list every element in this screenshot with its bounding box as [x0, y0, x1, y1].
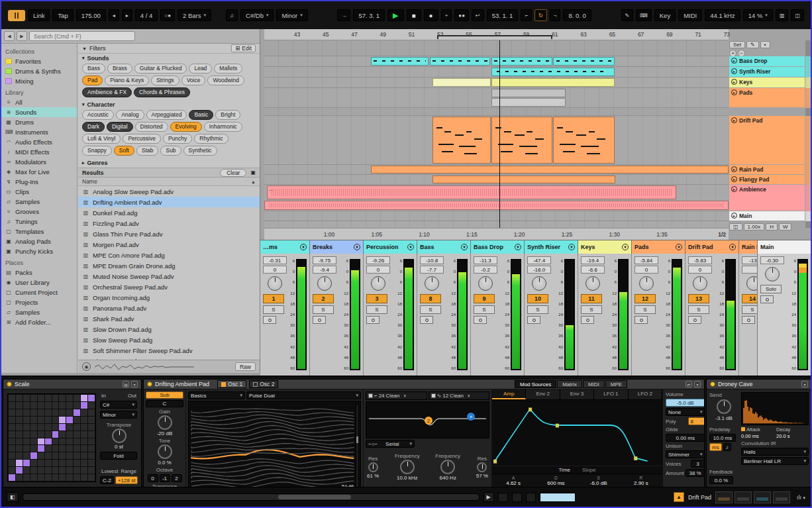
scale-mode-icon[interactable]: ♫ — [226, 9, 238, 21]
filter-tag-ambience-fx[interactable]: Ambience & FX — [82, 87, 132, 97]
scale-grid-cell[interactable] — [74, 452, 80, 459]
scale-grid-cell[interactable] — [45, 424, 52, 431]
draw-mode-button[interactable]: ✎ — [621, 9, 634, 21]
sidebar-item-analog-pads[interactable]: ▣Analog Pads — [1, 236, 77, 246]
mixer-track-tab-synth-riser[interactable]: Synth Riser▾ — [525, 240, 578, 254]
solo-button[interactable]: S — [688, 305, 709, 314]
tab-env-2[interactable]: Env 2 — [526, 389, 560, 399]
volume-field[interactable]: -5.83 — [688, 256, 712, 264]
amp-envelope-display[interactable] — [492, 400, 662, 466]
track-activator-button[interactable]: 12 — [634, 294, 656, 303]
record-button[interactable]: ● — [424, 9, 438, 21]
gain-field[interactable]: 0 — [263, 266, 287, 274]
sidebar-item-drums[interactable]: ▦Drums — [1, 117, 77, 127]
scale-grid-cell[interactable] — [9, 438, 15, 445]
clip[interactable] — [491, 117, 553, 164]
solo-button[interactable]: S — [742, 305, 757, 314]
scale-grid-cell[interactable] — [16, 417, 23, 423]
scale-grid-cell[interactable] — [66, 445, 73, 452]
scale-grid-cell[interactable] — [59, 431, 66, 438]
scale-grid-cell[interactable] — [16, 409, 23, 416]
key-map-button[interactable]: Key — [654, 9, 676, 21]
scale-grid-cell[interactable] — [74, 445, 80, 452]
octave-field[interactable]: 0 — [148, 474, 158, 482]
result-item[interactable]: ▥Muted Noise Sweep Pad.adv — [78, 271, 260, 281]
sidebar-item-plug-ins[interactable]: ↯Plug-Ins — [1, 177, 77, 187]
filter-2-node[interactable]: + — [467, 413, 475, 421]
scale-grid-cell[interactable] — [59, 417, 66, 423]
time-toggle[interactable]: Time — [559, 467, 570, 473]
filter-2-select[interactable]: ∿12Clean▾ — [429, 391, 490, 400]
volume-field[interactable]: -9.75 — [313, 256, 336, 264]
filter-1-select[interactable]: ⌐24Clean▾ — [366, 391, 427, 400]
solo-button[interactable]: S — [366, 305, 387, 314]
clip[interactable]: ... — [267, 185, 677, 199]
gain-field[interactable]: -18.0 — [527, 266, 551, 274]
tab-mpe[interactable]: MPE — [605, 380, 627, 388]
scale-grid-cell[interactable] — [38, 474, 44, 481]
preview-play-icon[interactable]: ◉ — [82, 362, 91, 371]
device-activator-toggle[interactable] — [7, 381, 12, 387]
gain-field[interactable]: -7.7 — [420, 266, 444, 274]
envelope-param[interactable]: D600 ms — [534, 474, 577, 487]
clip[interactable] — [432, 117, 491, 164]
mixer-track-tab-keys[interactable]: Keys▾ — [578, 240, 632, 254]
device-activator-toggle[interactable] — [147, 381, 152, 387]
play-button[interactable]: ▶ — [387, 9, 403, 21]
mixer-track-tab-pads[interactable]: Pads▾ — [632, 240, 685, 254]
filter1-freq-knob[interactable] — [400, 460, 415, 474]
sidebar-item-tunings[interactable]: ♫Tunings — [1, 217, 77, 227]
scale-grid-cell[interactable] — [59, 467, 66, 474]
cue-button[interactable] — [263, 316, 276, 324]
gain-field[interactable] — [742, 266, 757, 274]
fold-icon[interactable]: ▾ — [515, 244, 521, 250]
feedback-field[interactable]: 0.0 % — [709, 476, 733, 484]
sidebar-item-current-project[interactable]: ▢Current Project — [1, 287, 77, 297]
unfold-icon[interactable]: ▸ — [731, 117, 737, 123]
time-signature-field[interactable]: 4 / 4 — [135, 9, 158, 21]
map-icon[interactable]: ▤ — [123, 381, 129, 387]
scale-grid-cell[interactable] — [52, 474, 59, 481]
cue-button[interactable] — [760, 295, 774, 303]
gain-field[interactable]: 0 — [366, 266, 390, 274]
unfold-icon[interactable]: ▸ — [731, 166, 737, 172]
scale-grid-cell[interactable] — [38, 402, 44, 409]
scale-grid-cell[interactable] — [81, 409, 87, 416]
track-header-rain-pad[interactable]: ▸Rain Pad — [729, 165, 805, 174]
unison-mode-select[interactable]: Shimmer▾ — [666, 450, 705, 458]
scale-grid-cell[interactable] — [74, 460, 80, 466]
slope-toggle[interactable]: Slope — [582, 467, 595, 473]
range-field[interactable]: +128 st — [115, 476, 138, 484]
scale-grid-cell[interactable] — [81, 438, 87, 445]
track-header-ambience[interactable]: ▸Ambience — [729, 185, 805, 211]
wavetable-select[interactable]: Pulse Dual▾ — [246, 391, 361, 399]
loop-region-indicator[interactable] — [540, 493, 576, 502]
voices-field[interactable]: 3 — [691, 460, 705, 468]
tab-amp[interactable]: Amp — [492, 389, 526, 399]
volume-field[interactable]: -0.31 — [263, 256, 287, 264]
gain-field[interactable]: 0 — [688, 266, 712, 274]
tab-mod-sources[interactable]: Mod Sources — [515, 380, 556, 388]
scale-grid-cell[interactable] — [16, 395, 23, 401]
filter-tag-lofi-vinyl[interactable]: Lofi & Vinyl — [82, 134, 121, 144]
pan-knob[interactable] — [765, 267, 780, 281]
ms-mode-button[interactable]: ms — [709, 443, 722, 451]
scale-grid-cell[interactable] — [74, 438, 80, 445]
scale-grid-cell[interactable] — [23, 424, 30, 431]
result-item[interactable]: ▥Analog Slow Sweep Pad.adv — [78, 186, 260, 197]
loop-length-field[interactable]: 8. 0. 0 — [563, 9, 591, 21]
scale-grid-cell[interactable] — [23, 452, 30, 459]
scale-grid-cell[interactable] — [16, 445, 23, 452]
clip[interactable] — [371, 57, 429, 66]
sidebar-item-packs[interactable]: ▤Packs — [1, 268, 77, 278]
scale-grid-cell[interactable] — [23, 474, 30, 481]
scale-grid-cell[interactable] — [38, 417, 44, 423]
scale-grid-cell[interactable] — [66, 431, 73, 438]
scale-grid-cell[interactable] — [23, 431, 30, 438]
fold-icon[interactable]: ▾ — [568, 244, 575, 250]
scale-grid-cell[interactable] — [16, 402, 23, 409]
fold-icon[interactable]: ▾ — [676, 244, 682, 250]
cue-button[interactable] — [527, 316, 540, 324]
sidebar-item-samples[interactable]: ▱Samples — [1, 307, 77, 317]
wavetable-position-slider[interactable] — [356, 404, 359, 487]
